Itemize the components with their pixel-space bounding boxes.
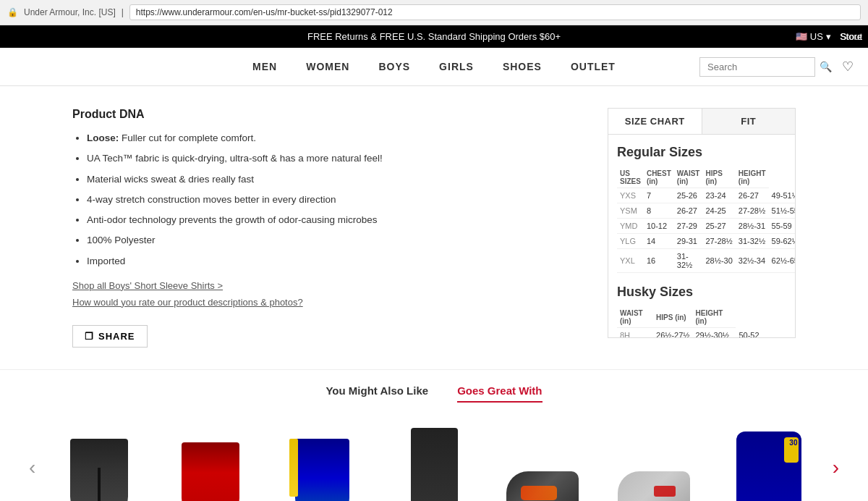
product-dna-title: Product DNA: [72, 108, 579, 121]
regular-sizes-title: Regular Sizes: [617, 145, 786, 160]
stout-label: Stout: [835, 25, 868, 48]
nav-links: MEN WOMEN BOYS GIRLS SHOES OUTLET: [252, 58, 616, 75]
shoe-gray-img: [610, 468, 705, 501]
nav-bar: MEN WOMEN BOYS GIRLS SHOES OUTLET 🔍 ♡: [0, 48, 868, 86]
share-label: SHARE: [98, 331, 135, 342]
wishlist-icon[interactable]: ♡: [842, 59, 854, 75]
product-image-2: [272, 424, 373, 501]
bullet-text-3: 4-way stretch construction moves better …: [87, 194, 336, 205]
product-image-5: [607, 424, 708, 501]
browser-bar: 🔒 Under Armour, Inc. [US] | https://www.…: [0, 0, 868, 25]
size-chart-panel: SIZE CHART FIT Regular Sizes US SIZES CH…: [608, 108, 796, 338]
col-header-husky-hips: HIPS (in): [653, 307, 692, 328]
tab-fit[interactable]: FIT: [702, 109, 796, 134]
husky-sizes-title: Husky Sizes: [617, 285, 786, 300]
lock-icon: 🔒: [7, 7, 18, 17]
prev-arrow[interactable]: ‹: [22, 456, 43, 479]
carousel-item-1[interactable]: [155, 417, 266, 501]
rate-link[interactable]: How would you rate our product descripti…: [72, 297, 579, 308]
shoe-dark-accent: [521, 486, 557, 500]
product-image-1: [160, 424, 261, 501]
bullet-polyester: 100% Polyester: [87, 233, 579, 248]
bullet-text-4: Anti-odor technology prevents the growth…: [87, 214, 377, 225]
shop-all-link[interactable]: Shop all Boys' Short Sleeve Shirts >: [72, 280, 579, 291]
husky-sizes-table: WAIST (in) HIPS (in) HEIGHT (in) 8H26½-2…: [617, 307, 786, 337]
bullet-text: Fuller cut for complete comfort.: [119, 132, 256, 143]
carousel-item-5[interactable]: [602, 417, 713, 501]
table-row: YLG1429-3127-28½31-32½59-62½: [617, 234, 795, 249]
shoe-dark-img: [499, 468, 593, 501]
size-chart-body[interactable]: Regular Sizes US SIZES CHEST (in) WAIST …: [608, 135, 795, 337]
nav-women[interactable]: WOMEN: [306, 58, 349, 75]
shorts-blue-img: [295, 439, 349, 501]
next-arrow[interactable]: ›: [825, 456, 846, 479]
col-header-chest: CHEST (in): [644, 167, 674, 188]
col-header-height: HEIGHT (in): [736, 167, 769, 188]
product-image-0: [48, 424, 150, 501]
tab-you-might-like[interactable]: You Might Also Like: [326, 384, 428, 403]
nav-outlet[interactable]: OUTLET: [571, 58, 616, 75]
col-header-husky-height: HEIGHT (in): [693, 307, 736, 328]
col-header-husky-waist: WAIST (in): [617, 307, 653, 328]
carousel-item-6[interactable]: [713, 417, 825, 501]
carousel-item-2[interactable]: [266, 417, 378, 501]
carousel-item-3[interactable]: [378, 417, 490, 501]
carousel-item-0[interactable]: [43, 417, 154, 501]
bullet-text-6: Imported: [87, 256, 125, 266]
product-dna-list: Loose: Fuller cut for complete comfort. …: [72, 131, 579, 269]
tab-goes-great-with[interactable]: Goes Great With: [457, 384, 542, 403]
col-header-waist: WAIST (in): [674, 167, 703, 188]
nav-search: 🔍 ♡: [699, 57, 854, 77]
table-row: YSM826-2724-2527-28½51½-55: [617, 203, 795, 219]
bullet-ua-tech: UA Tech™ fabric is quick-drying, ultra-s…: [87, 151, 579, 166]
nav-boys[interactable]: BOYS: [378, 58, 410, 75]
reco-tabs: You Might Also Like Goes Great With: [0, 384, 868, 403]
browser-company: Under Armour, Inc. [US]: [24, 7, 116, 17]
share-button[interactable]: ❐ SHARE: [72, 325, 148, 348]
col-header-size: US SIZES: [617, 167, 644, 188]
pants-black-img: [411, 428, 458, 501]
tab-size-chart[interactable]: SIZE CHART: [608, 109, 702, 134]
carousel-item-4[interactable]: [490, 417, 601, 501]
nav-girls[interactable]: GIRLS: [439, 58, 474, 75]
dropdown-icon[interactable]: ▾: [826, 31, 831, 42]
nav-men[interactable]: MEN: [252, 58, 277, 75]
country-label: US: [810, 31, 823, 42]
product-image-4: [495, 424, 597, 501]
flag-icon: 🇺🇸: [796, 31, 807, 42]
backpack-img: [736, 431, 801, 501]
bullet-bold: Loose:: [87, 132, 119, 143]
product-dna: Product DNA Loose: Fuller cut for comple…: [72, 108, 579, 348]
table-row: YXS725-2623-2426-2749-51½: [617, 188, 795, 203]
col-header-hips: HIPS (in): [702, 167, 735, 188]
carousel: ‹: [0, 417, 868, 501]
bullet-antidoor: Anti-odor technology prevents the growth…: [87, 213, 579, 227]
bullet-wicks: Material wicks sweat & dries really fast: [87, 172, 579, 187]
table-row: YMD10-1227-2925-2728½-3155-59: [617, 219, 795, 234]
bullet-imported: Imported: [87, 254, 579, 269]
table-row: YXL1631-32½28½-3032½-3462½-65: [617, 249, 795, 273]
table-row: 8H26½-27½29½-30½50-52: [617, 328, 786, 338]
shoe-gray-accent: [654, 486, 676, 497]
top-bar-message: FREE Returns & FREE U.S. Standard Shippi…: [307, 31, 561, 42]
shorts-black-img: [70, 439, 128, 501]
bullet-text-5: 100% Polyester: [87, 235, 156, 245]
regular-sizes-table: US SIZES CHEST (in) WAIST (in) HIPS (in)…: [617, 167, 795, 273]
size-chart-tabs: SIZE CHART FIT: [608, 109, 795, 135]
main-content: Product DNA Loose: Fuller cut for comple…: [0, 86, 868, 369]
bullet-loose: Loose: Fuller cut for complete comfort.: [87, 131, 579, 146]
shorts-red-img: [182, 442, 239, 501]
top-bar: FREE Returns & FREE U.S. Standard Shippi…: [0, 25, 868, 48]
search-input[interactable]: [699, 57, 815, 77]
share-icon: ❐: [85, 331, 94, 342]
product-image-3: [383, 424, 485, 501]
product-image-6: [718, 424, 820, 501]
recommendations-section: You Might Also Like Goes Great With ‹: [0, 369, 868, 501]
browser-url[interactable]: https://www.underarmour.com/en-us/mr-buc…: [129, 4, 861, 20]
bullet-text-1: UA Tech™ fabric is quick-drying, ultra-s…: [87, 153, 383, 164]
carousel-items: [43, 417, 825, 501]
bullet-stretch: 4-way stretch construction moves better …: [87, 193, 579, 207]
search-icon[interactable]: 🔍: [820, 61, 832, 72]
bullet-text-2: Material wicks sweat & dries really fast: [87, 174, 254, 185]
nav-shoes[interactable]: SHOES: [503, 58, 542, 75]
